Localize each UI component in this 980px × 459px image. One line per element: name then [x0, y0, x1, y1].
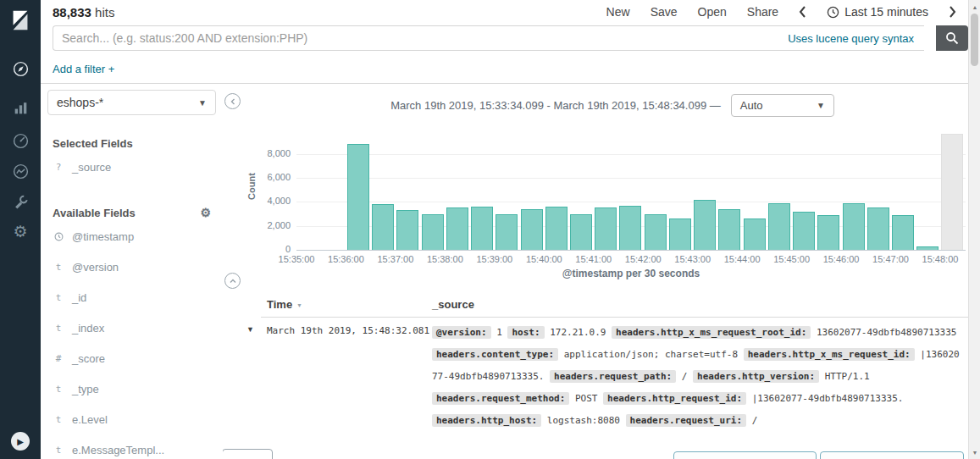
histogram-bar[interactable]: [645, 214, 667, 250]
sidebar-item-timelion[interactable]: [0, 157, 41, 185]
field-type-icon: t: [53, 262, 64, 273]
time-forward-button[interactable]: [949, 6, 956, 18]
search-input[interactable]: [53, 31, 788, 45]
sidebar-item-dashboard[interactable]: [0, 126, 41, 155]
histogram-bar[interactable]: [422, 214, 444, 250]
y-axis: 02,0004,0006,0008,000: [223, 123, 292, 250]
x-tick-label: 15:41:00: [575, 254, 612, 264]
available-fields-list: @timestampt@versiont_idt_index#_scoret_t…: [41, 221, 223, 459]
x-tick-label: 15:44:00: [724, 254, 761, 264]
field-name: _index: [72, 322, 104, 335]
time-range-picker[interactable]: Last 15 minutes: [827, 5, 928, 19]
chevron-up-icon: [228, 276, 238, 286]
menu-share-button[interactable]: Share: [747, 5, 778, 19]
histogram-bar[interactable]: [843, 203, 865, 250]
histogram-bar[interactable]: [694, 200, 716, 250]
wrench-icon: [12, 193, 30, 211]
histogram-bar[interactable]: [744, 218, 766, 250]
histogram-bar[interactable]: [793, 212, 815, 250]
histogram-bar[interactable]: [471, 207, 493, 250]
field-name: _id: [72, 291, 86, 304]
sidebar-item-management[interactable]: ⚙: [0, 217, 41, 246]
menu-save-button[interactable]: Save: [651, 5, 678, 19]
global-nav: ⚙ ▶: [0, 0, 41, 459]
add-filter-link[interactable]: Add a filter +: [53, 63, 114, 75]
top-menu: New Save Open Share Last 15 minutes: [606, 5, 956, 19]
histogram-bar[interactable]: [545, 207, 568, 250]
histogram-bar[interactable]: [372, 204, 394, 250]
x-axis: 15:35:0015:36:0015:37:0015:38:0015:39:00…: [296, 254, 966, 266]
field-item-_type[interactable]: t_type: [41, 373, 223, 404]
histogram-bar[interactable]: [570, 214, 592, 250]
histogram-bar[interactable]: [595, 207, 617, 250]
view-single-document-button[interactable]: [820, 451, 964, 459]
histogram-bar[interactable]: [496, 214, 518, 250]
search-row: Uses lucene query syntax: [41, 25, 968, 51]
column-header-time[interactable]: Time▼: [267, 298, 302, 311]
menu-new-button[interactable]: New: [606, 5, 630, 19]
histogram-bar[interactable]: [521, 209, 543, 250]
field-item-@version[interactable]: t@version: [41, 252, 223, 282]
kibana-logo[interactable]: [0, 0, 41, 41]
histogram-bar[interactable]: [892, 215, 914, 250]
menu-open-button[interactable]: Open: [698, 5, 727, 19]
gridline: [296, 202, 966, 202]
field-type-icon: ?: [53, 162, 64, 173]
histogram-bar[interactable]: [867, 207, 889, 250]
gear-icon: ⚙: [13, 224, 27, 240]
field-item-_id[interactable]: t_id: [41, 282, 223, 312]
field-settings-gear-icon[interactable]: ⚙: [200, 206, 211, 219]
histogram-bar[interactable]: [619, 206, 641, 250]
nav-collapse-button[interactable]: ▶: [11, 432, 30, 451]
histogram-bar[interactable]: [718, 209, 740, 250]
time-column-label: Time: [267, 298, 292, 311]
histogram-chart: Count 02,0004,0006,0008,000: [223, 123, 968, 250]
expand-row-caret[interactable]: ▼: [246, 325, 254, 334]
index-pattern-select[interactable]: eshops-* ▼: [47, 90, 216, 115]
lucene-syntax-link[interactable]: Uses lucene query syntax: [788, 32, 924, 45]
play-arrow-icon: ▶: [17, 437, 24, 446]
histogram-bar[interactable]: [669, 218, 691, 250]
y-tick-label: 4,000: [267, 196, 291, 206]
gridline: [296, 178, 966, 179]
sidebar-item-discover[interactable]: [0, 54, 41, 83]
field-type-icon: t: [53, 292, 64, 303]
sidebar-item-dev-tools[interactable]: [0, 187, 41, 216]
source-field-name: headers.request_path:: [550, 370, 676, 383]
search-button[interactable]: [936, 25, 968, 51]
field-name: e.Level: [72, 413, 108, 426]
x-tick-label: 15:39:00: [476, 254, 512, 264]
field-name: @timestamp: [72, 230, 134, 243]
scrollbar-thumb[interactable]: [971, 14, 978, 66]
time-back-button[interactable]: [799, 6, 806, 18]
histogram-bar[interactable]: [446, 207, 468, 250]
source-field-name: headers.request_uri:: [626, 414, 746, 427]
histogram-bar[interactable]: [817, 215, 839, 250]
field-item-_source[interactable]: ?_source: [41, 152, 223, 182]
source-field-name: headers.http_x_ms_request_id:: [744, 348, 915, 361]
scroll-down-arrow[interactable]: ▼: [969, 446, 980, 458]
field-item-e.MessageTempl...[interactable]: te.MessageTempl...: [41, 434, 223, 459]
x-tick-label: 15:42:00: [625, 254, 662, 264]
field-item-_index[interactable]: t_index: [41, 312, 223, 343]
histogram-bar[interactable]: [396, 210, 418, 250]
expanded-doc-tabs-partial[interactable]: [223, 449, 273, 459]
x-tick-label: 15:45:00: [773, 254, 810, 264]
field-item-e.Level[interactable]: te.Level: [41, 404, 223, 434]
sidebar-item-visualize[interactable]: [0, 93, 41, 122]
histogram-bar[interactable]: [347, 144, 369, 250]
collapse-chart-button[interactable]: [224, 273, 241, 289]
histogram-bar[interactable]: [768, 203, 790, 250]
interval-value: Auto: [740, 99, 763, 112]
interval-select[interactable]: Auto ▼: [731, 94, 834, 117]
chevron-left-icon: [799, 6, 806, 18]
field-item-@timestamp[interactable]: @timestamp: [41, 221, 223, 252]
collapse-fields-panel-button[interactable]: [224, 93, 241, 109]
histogram-bar[interactable]: [916, 246, 938, 250]
scrollbar[interactable]: ▲ ▼: [968, 0, 980, 459]
chart-header: March 19th 2019, 15:33:34.099 - March 19…: [274, 93, 951, 117]
source-field-value: 172.21.0.9: [550, 327, 606, 338]
field-item-_score[interactable]: #_score: [41, 343, 223, 373]
view-surrounding-documents-button[interactable]: [673, 451, 817, 459]
scroll-up-arrow[interactable]: ▲: [969, 1, 980, 13]
